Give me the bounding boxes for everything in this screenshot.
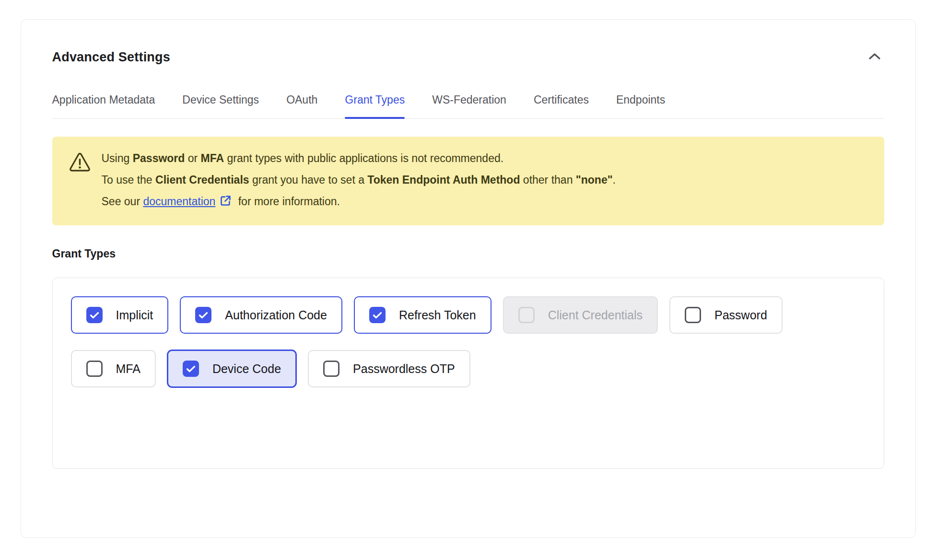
tab-oauth[interactable]: OAuth: [286, 93, 317, 118]
banner-line-2: To use the Client Credentials grant you …: [102, 169, 616, 191]
checkbox-unchecked: [685, 307, 701, 323]
text-segment-bold: Password: [133, 152, 185, 164]
grant-type-client-credentials: Client Credentials: [503, 296, 658, 334]
checkbox-checked: [183, 361, 199, 377]
grant-type-passwordless-otp[interactable]: Passwordless OTP: [308, 350, 470, 387]
text-segment-bold: MFA: [201, 152, 224, 164]
card-header: Advanced Settings: [52, 49, 884, 65]
checkbox-unchecked: [86, 361, 103, 377]
text-segment: To use the: [102, 174, 156, 186]
chip-label: Password: [714, 308, 767, 322]
grant-type-authorization-code[interactable]: Authorization Code: [180, 296, 342, 334]
text-segment: for more information.: [235, 195, 340, 208]
tab-device-settings[interactable]: Device Settings: [182, 93, 259, 118]
grant-type-refresh-token[interactable]: Refresh Token: [354, 296, 491, 334]
text-segment: or: [185, 152, 200, 164]
tab-endpoints[interactable]: Endpoints: [616, 93, 665, 118]
warning-icon: [69, 152, 91, 214]
documentation-link[interactable]: documentation: [143, 195, 215, 208]
checkmark-icon: [373, 312, 382, 319]
collapse-button[interactable]: [865, 49, 884, 65]
chip-label: Device Code: [212, 362, 281, 376]
tab-application-metadata[interactable]: Application Metadata: [52, 93, 155, 118]
checkbox-checked: [86, 307, 103, 323]
checkbox-checked: [195, 307, 211, 323]
chip-label: MFA: [116, 362, 140, 376]
chip-label: Refresh Token: [399, 308, 476, 322]
text-segment-bold: Token Endpoint Auth Method: [367, 174, 520, 186]
chip-label: Passwordless OTP: [353, 362, 455, 376]
tab-grant-types[interactable]: Grant Types: [345, 93, 405, 118]
tab-ws-federation[interactable]: WS-Federation: [432, 93, 506, 118]
grant-type-password[interactable]: Password: [669, 296, 783, 334]
warning-text: Using Password or MFA grant types with p…: [102, 148, 616, 214]
text-segment: Using: [102, 152, 133, 164]
text-segment: grant you have to set a: [249, 174, 368, 186]
grant-type-mfa[interactable]: MFA: [71, 350, 156, 387]
text-segment: grant types with public applications is …: [224, 152, 503, 164]
text-segment: other than: [520, 174, 575, 186]
checkmark-icon: [199, 312, 208, 319]
grant-types-section-label: Grant Types: [52, 247, 884, 260]
grant-type-device-code[interactable]: Device Code: [167, 350, 296, 387]
page-title: Advanced Settings: [52, 50, 170, 65]
checkbox-unchecked: [323, 361, 339, 377]
checkmark-icon: [186, 365, 196, 373]
tab-certificates[interactable]: Certificates: [534, 93, 589, 118]
banner-line-3: See our documentation for more informati…: [102, 191, 616, 214]
advanced-settings-card: Advanced Settings Application Metadata D…: [21, 19, 916, 538]
text-segment: See our: [102, 195, 143, 208]
chip-label: Client Credentials: [548, 308, 643, 322]
chevron-up-icon: [868, 52, 881, 62]
warning-banner: Using Password or MFA grant types with p…: [52, 137, 884, 225]
grant-types-box: Implicit Authorization Code Refresh Toke…: [52, 278, 884, 469]
grant-types-row-2: MFA Device Code Passwordless OTP: [71, 350, 866, 387]
checkbox-checked: [369, 307, 386, 323]
text-segment-bold: Client Credentials: [155, 174, 249, 186]
grant-type-implicit[interactable]: Implicit: [71, 296, 169, 334]
checkbox-unchecked-disabled: [518, 307, 535, 323]
text-segment: .: [613, 174, 616, 186]
external-link-icon: [219, 193, 232, 214]
grant-types-row-1: Implicit Authorization Code Refresh Toke…: [71, 296, 866, 334]
chip-label: Authorization Code: [225, 308, 327, 322]
chip-label: Implicit: [116, 308, 153, 322]
tabs-bar: Application Metadata Device Settings OAu…: [52, 93, 884, 119]
banner-line-1: Using Password or MFA grant types with p…: [102, 148, 616, 169]
text-segment-bold: "none": [576, 174, 613, 186]
checkmark-icon: [90, 312, 99, 319]
